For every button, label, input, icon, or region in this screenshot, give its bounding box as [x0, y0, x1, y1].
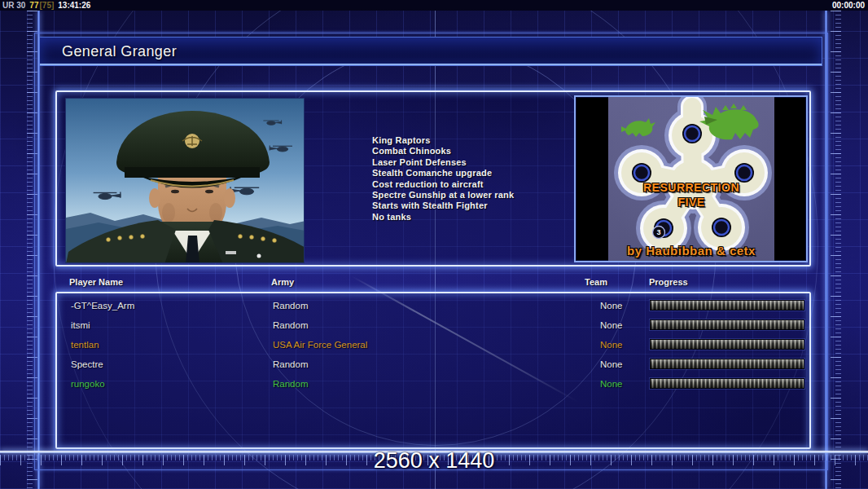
player-progress-bar: [650, 359, 804, 369]
player-progress-bar: [650, 339, 804, 350]
player-table-header: Player Name Army Team Progress: [0, 277, 868, 289]
general-info-panel: King Raptors Combat Chinooks Laser Point…: [55, 90, 811, 267]
player-row: itsmi Random None: [57, 319, 809, 333]
ability-item: Stealth Comanche upgrade: [372, 168, 514, 178]
fps-counter: 77: [29, 1, 38, 10]
player-list-panel: -GT^Easy_Arm Random None itsmi Random No…: [55, 292, 811, 449]
player-name: tentlan: [71, 339, 99, 350]
progress-fill: [651, 301, 804, 310]
player-row: -GT^Easy_Arm Random None: [57, 300, 809, 313]
map-image: 3 RESURRECTION FIVE by Haubibban & cetx: [608, 97, 774, 261]
general-portrait: [65, 98, 305, 263]
map-title: RESURRECTION: [608, 181, 774, 194]
player-row: rungoko Random None: [57, 378, 809, 391]
start-number-badge: 3: [653, 227, 665, 239]
ability-item: Starts with Stealth Fighter: [372, 200, 514, 211]
progress-fill: [651, 340, 804, 349]
debug-topbar: UR 3077[75]13:41:26 00:00:00: [0, 0, 868, 11]
match-timer: 00:00:00: [832, 0, 865, 11]
player-army: Random: [273, 359, 308, 370]
loading-screen: UR 3077[75]13:41:26 00:00:00 General Gra…: [0, 0, 868, 489]
resolution-label: 2560 x 1440: [0, 448, 868, 474]
player-team: None: [600, 319, 623, 331]
ability-item: Cost reduction to aircraft: [372, 179, 514, 190]
map-credit: by Haubibban & cetx: [608, 244, 774, 258]
right-ruler-ticks: [831, 11, 841, 489]
player-row: Spectre Random None: [57, 359, 809, 372]
page-title: General Granger: [62, 37, 177, 65]
player-name: itsmi: [71, 319, 90, 331]
map-art: 3: [608, 97, 774, 261]
column-player-name: Player Name: [69, 277, 123, 287]
system-clock: 13:41:26: [58, 1, 90, 10]
player-army: USA Air Force General: [273, 339, 367, 350]
player-progress-bar: [650, 378, 804, 389]
player-team: None: [600, 300, 623, 311]
fps-cap: [75]: [39, 1, 54, 10]
column-progress: Progress: [649, 277, 688, 287]
progress-fill: [651, 320, 804, 329]
map-title: FIVE: [608, 196, 774, 209]
ability-item: King Raptors: [372, 135, 514, 146]
ability-item: Combat Chinooks: [372, 146, 514, 156]
title-bar: General Granger: [39, 37, 822, 66]
column-team: Team: [585, 277, 607, 287]
player-team: None: [600, 359, 623, 370]
player-name: rungoko: [71, 378, 105, 390]
player-army: Random: [273, 300, 308, 311]
progress-fill: [651, 379, 804, 388]
crocodile-icon: [621, 118, 655, 137]
player-army: Random: [273, 319, 308, 331]
player-row: tentlan USA Air Force General None: [57, 339, 809, 352]
svg-text:3: 3: [656, 228, 660, 236]
ability-item: No tanks: [372, 212, 514, 222]
session-label: UR 30: [2, 1, 25, 10]
player-name: Spectre: [71, 359, 103, 370]
ability-item: Laser Point Defenses: [372, 157, 514, 168]
column-army: Army: [271, 277, 294, 287]
player-progress-bar: [650, 319, 804, 330]
ability-item: Spectre Gunship at a lower rank: [372, 190, 514, 200]
player-name: -GT^Easy_Arm: [71, 300, 134, 311]
progress-fill: [651, 359, 804, 368]
general-portrait-art: [66, 99, 305, 263]
player-team: None: [600, 378, 623, 390]
player-army: Random: [273, 378, 308, 390]
abilities-list: King Raptors Combat Chinooks Laser Point…: [372, 135, 514, 222]
player-progress-bar: [650, 300, 804, 311]
player-team: None: [600, 339, 623, 350]
map-preview: 3 RESURRECTION FIVE by Haubibban & cetx: [574, 95, 808, 262]
